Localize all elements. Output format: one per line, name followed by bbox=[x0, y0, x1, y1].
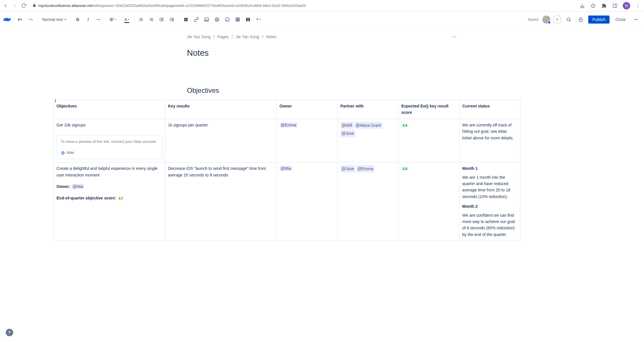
svg-point-8 bbox=[139, 19, 139, 20]
section-heading[interactable]: Objectives bbox=[187, 87, 457, 95]
partner-cell[interactable]: @Will @Alana Grant @Jose bbox=[337, 119, 398, 162]
url-bar[interactable]: mycloudconfluence.atlassian.net/wiki/spa… bbox=[30, 3, 576, 8]
score-badge: 1.0 bbox=[401, 167, 409, 171]
italic-button[interactable]: I bbox=[84, 15, 93, 24]
th-status[interactable]: Current status bbox=[459, 100, 520, 119]
score-badge: 1.0 bbox=[401, 123, 409, 127]
table-row[interactable]: Create a delightful and helpful experien… bbox=[53, 162, 520, 241]
th-score[interactable]: Expected EoQ key result score bbox=[398, 100, 459, 119]
image-button[interactable] bbox=[202, 15, 211, 24]
mention[interactable]: @Jose bbox=[341, 130, 355, 137]
browser-back-button[interactable] bbox=[3, 3, 8, 8]
svg-rect-21 bbox=[248, 18, 250, 21]
emoji-button[interactable] bbox=[223, 15, 232, 24]
browser-reload-button[interactable] bbox=[21, 3, 26, 8]
more-formatting-button[interactable] bbox=[94, 15, 103, 24]
mention[interactable]: @Jose bbox=[341, 165, 355, 172]
svg-point-5 bbox=[98, 19, 99, 20]
text-cursor: I bbox=[55, 99, 55, 103]
browser-forward-button[interactable] bbox=[12, 3, 17, 8]
key-result-cell[interactable]: Decrease iOS "launch to send first messa… bbox=[165, 162, 276, 241]
svg-line-23 bbox=[570, 20, 571, 21]
atlas-smart-link-card[interactable]: To show a preview of this link, connect … bbox=[57, 135, 162, 159]
browser-profile-avatar[interactable]: H bbox=[623, 2, 630, 9]
svg-rect-20 bbox=[246, 18, 248, 21]
svg-point-6 bbox=[99, 19, 100, 20]
th-partner[interactable]: Partner with bbox=[337, 100, 398, 119]
svg-rect-15 bbox=[236, 18, 239, 21]
objectives-table[interactable]: Objectives Key results Owner Partner wit… bbox=[53, 100, 520, 241]
mention[interactable]: @Emma bbox=[356, 165, 374, 172]
text-color-button[interactable]: A ▾ bbox=[122, 15, 131, 24]
insert-plus-button[interactable]: + ▾ bbox=[254, 15, 263, 24]
score-cell[interactable]: 1.0 bbox=[398, 119, 459, 162]
confluence-logo-icon[interactable] bbox=[3, 16, 11, 23]
find-button[interactable] bbox=[564, 15, 573, 24]
breadcrumb-item[interactable]: Notes bbox=[266, 34, 277, 39]
svg-point-7 bbox=[139, 18, 139, 19]
atlas-icon bbox=[61, 151, 65, 155]
share-icon[interactable] bbox=[579, 3, 585, 9]
score-cell[interactable]: 1.0 bbox=[398, 162, 459, 241]
table-button[interactable] bbox=[233, 15, 242, 24]
indent-button[interactable] bbox=[167, 15, 176, 24]
breadcrumb-item[interactable]: Jie Yan Song bbox=[236, 34, 259, 39]
owner-cell[interactable]: @Mia bbox=[276, 162, 337, 241]
link-button[interactable] bbox=[192, 15, 201, 24]
status-cell[interactable]: Month 1 We are 1 month into the quarter … bbox=[459, 162, 520, 241]
th-key-results[interactable]: Key results bbox=[165, 100, 276, 119]
page-title[interactable]: Notes bbox=[187, 48, 457, 58]
action-item-button[interactable] bbox=[181, 15, 191, 24]
undo-button[interactable] bbox=[16, 15, 25, 24]
align-button[interactable]: ▾ bbox=[108, 15, 117, 24]
partner-cell[interactable]: @Jose @Emma bbox=[337, 162, 398, 241]
svg-point-27 bbox=[637, 19, 638, 20]
svg-point-22 bbox=[567, 18, 570, 21]
objective-text[interactable]: Get 10k signups bbox=[57, 122, 162, 128]
extensions-icon[interactable] bbox=[601, 3, 607, 9]
mention[interactable]: @Emma bbox=[280, 122, 298, 128]
status-cell[interactable]: We are currently off track of hitting ou… bbox=[459, 119, 520, 162]
breadcrumb-item[interactable]: Pages bbox=[217, 34, 229, 39]
page-width-toggle[interactable] bbox=[452, 35, 457, 39]
url-text: mycloudconfluence.atlassian.net/wiki/spa… bbox=[39, 3, 306, 8]
editor-avatar[interactable] bbox=[542, 16, 550, 24]
invite-button[interactable]: + bbox=[553, 16, 561, 24]
svg-point-26 bbox=[636, 19, 637, 20]
star-icon[interactable] bbox=[590, 3, 596, 9]
mention[interactable]: @Alana Grant bbox=[354, 122, 382, 129]
numbered-list-button[interactable] bbox=[147, 15, 156, 24]
text-style-dropdown[interactable]: Normal text ▾ bbox=[40, 15, 68, 24]
table-row[interactable]: Get 10k signups To show a preview of thi… bbox=[53, 119, 520, 162]
publish-button[interactable]: Publish bbox=[588, 16, 610, 24]
breadcrumb-item[interactable]: Jie Yan Song bbox=[187, 34, 211, 39]
chevron-down-icon: ▾ bbox=[65, 18, 66, 21]
mention-button[interactable] bbox=[212, 15, 222, 24]
lock-icon bbox=[32, 3, 36, 8]
th-objectives[interactable]: Objectives bbox=[53, 100, 165, 119]
mention[interactable]: @Mia bbox=[280, 166, 293, 171]
key-result-cell[interactable]: 1k signups per quarter bbox=[165, 119, 276, 162]
svg-point-13 bbox=[216, 19, 218, 20]
browser-menu-icon[interactable]: ⋮ bbox=[635, 3, 641, 9]
close-button[interactable]: Close bbox=[612, 16, 628, 24]
atlas-link-label[interactable]: Atlas bbox=[67, 150, 74, 155]
svg-rect-24 bbox=[579, 19, 583, 22]
outdent-button[interactable] bbox=[157, 15, 166, 24]
mention[interactable]: @Will bbox=[341, 122, 353, 129]
sidepanel-icon[interactable] bbox=[612, 3, 618, 9]
bold-button[interactable]: B bbox=[73, 15, 82, 24]
redo-button[interactable] bbox=[26, 15, 35, 24]
bullet-list-button[interactable] bbox=[136, 15, 145, 24]
save-status: Saved bbox=[528, 17, 538, 22]
th-owner[interactable]: Owner bbox=[276, 100, 337, 119]
restrictions-button[interactable] bbox=[576, 15, 585, 24]
layouts-button[interactable] bbox=[243, 15, 253, 24]
score-badge: 0.7 bbox=[117, 196, 124, 200]
more-actions-button[interactable] bbox=[631, 15, 641, 24]
svg-point-12 bbox=[205, 19, 206, 19]
owner-cell[interactable]: @Emma bbox=[276, 119, 337, 162]
mention[interactable]: @Mia bbox=[72, 184, 84, 189]
objective-text[interactable]: Create a delightful and helpful experien… bbox=[57, 165, 162, 178]
svg-point-9 bbox=[139, 20, 139, 21]
